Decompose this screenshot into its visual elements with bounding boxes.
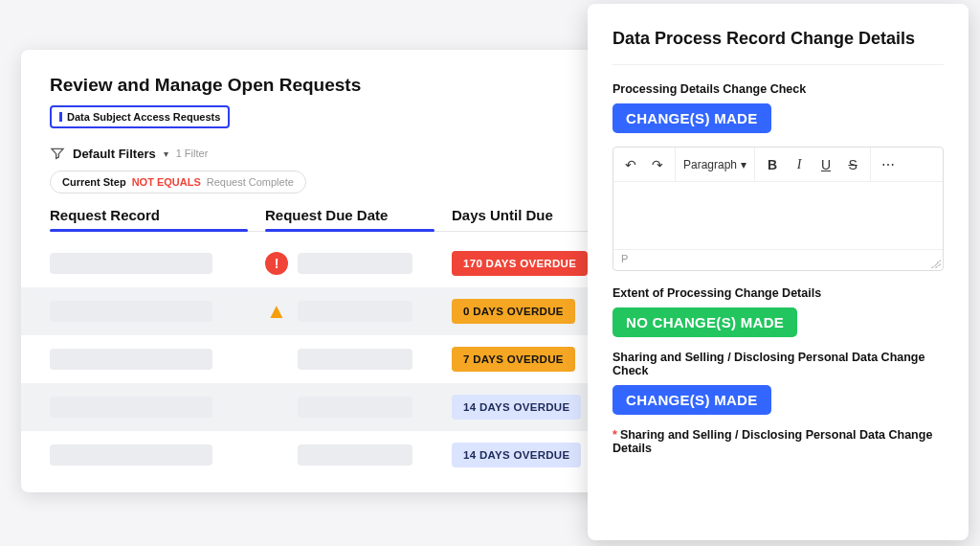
chevron-down-icon: ▾: [741, 158, 746, 171]
overdue-badge: 170 DAYS OVERDUE: [452, 251, 588, 276]
italic-button[interactable]: I: [790, 155, 809, 174]
chevron-down-icon[interactable]: ▾: [164, 148, 168, 159]
change-details-panel: Data Process Record Change Details Proce…: [588, 4, 969, 540]
placeholder-cell: [298, 397, 412, 418]
table-row[interactable]: ▲0 DAYS OVERDUE: [21, 287, 626, 335]
placeholder-cell: [298, 301, 412, 322]
editor-path: P: [621, 253, 628, 264]
placeholder-cell: [50, 397, 212, 418]
placeholder-cell: [50, 253, 212, 274]
section-label: Sharing and Selling / Disclosing Persona…: [612, 351, 944, 377]
rich-text-editor: ↶ ↷ Paragraph ▾ B I U S ⋯ P: [612, 147, 944, 271]
status-pill: NO CHANGE(S) MADE: [612, 307, 797, 337]
alert-triangle-icon: ▲: [265, 300, 288, 323]
table-row[interactable]: 7 DAYS OVERDUE: [50, 335, 597, 383]
alert-circle-icon: !: [265, 252, 288, 275]
editor-toolbar: ↶ ↷ Paragraph ▾ B I U S ⋯: [613, 148, 943, 182]
status-pill: CHANGE(S) MADE: [612, 385, 771, 415]
placeholder-cell: [50, 349, 212, 370]
section-label: *Sharing and Selling / Disclosing Person…: [612, 428, 944, 455]
placeholder-cell: [50, 301, 212, 322]
placeholder-cell: [298, 253, 412, 274]
bold-button[interactable]: B: [763, 155, 782, 174]
editor-textarea[interactable]: [613, 182, 943, 249]
placeholder-cell: [50, 444, 212, 466]
table-header: Request Record Request Due Date Days Unt…: [50, 207, 597, 232]
strike-button[interactable]: S: [843, 155, 862, 174]
category-tag[interactable]: Data Subject Access Requests: [50, 105, 230, 128]
paragraph-style-select[interactable]: Paragraph ▾: [683, 158, 746, 171]
overdue-badge: 14 DAYS OVERDUE: [452, 395, 581, 420]
section-label: Processing Details Change Check: [612, 82, 944, 96]
table-row[interactable]: 14 DAYS OVERDUE: [50, 431, 597, 479]
redo-icon[interactable]: ↷: [648, 155, 667, 174]
column-days-until-due[interactable]: Days Until Due: [452, 207, 597, 231]
required-asterisk: *: [612, 428, 617, 442]
filter-bar: Default Filters ▾ 1 Filter: [50, 146, 597, 161]
column-request-record[interactable]: Request Record: [50, 207, 265, 231]
status-pill: CHANGE(S) MADE: [612, 103, 771, 133]
table-row[interactable]: 14 DAYS OVERDUE: [21, 383, 626, 431]
filter-name[interactable]: Default Filters: [73, 147, 156, 161]
undo-icon[interactable]: ↶: [621, 155, 640, 174]
filter-chip[interactable]: Current Step NOT EQUALS Request Complete: [50, 171, 306, 193]
placeholder-cell: [298, 349, 412, 370]
more-icon[interactable]: ⋯: [879, 155, 898, 174]
section-label: Extent of Processing Change Details: [612, 286, 944, 300]
table-row[interactable]: !170 DAYS OVERDUE: [50, 239, 597, 287]
overdue-badge: 0 DAYS OVERDUE: [452, 299, 575, 324]
editor-footer: P: [613, 249, 943, 270]
placeholder-cell: [298, 444, 412, 466]
panel-title: Data Process Record Change Details: [612, 29, 944, 65]
resize-handle-icon[interactable]: [931, 259, 941, 268]
filter-count: 1 Filter: [176, 148, 209, 159]
open-requests-panel: Review and Manage Open Requests Data Sub…: [21, 50, 626, 492]
underline-button[interactable]: U: [816, 155, 835, 174]
table-body: !170 DAYS OVERDUE▲0 DAYS OVERDUE7 DAYS O…: [50, 239, 597, 479]
column-request-due-date[interactable]: Request Due Date: [265, 207, 452, 231]
overdue-badge: 14 DAYS OVERDUE: [452, 443, 581, 467]
page-title: Review and Manage Open Requests: [50, 75, 597, 96]
filter-icon: [50, 146, 65, 161]
overdue-badge: 7 DAYS OVERDUE: [452, 347, 575, 372]
